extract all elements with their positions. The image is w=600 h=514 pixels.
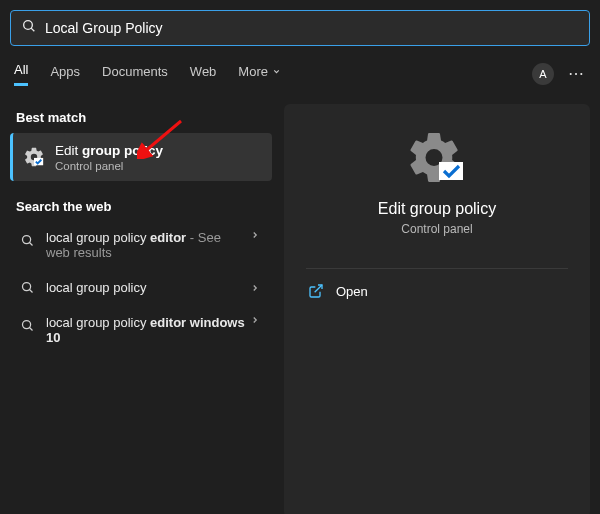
chevron-right-icon [246,315,264,325]
svg-line-4 [29,243,32,246]
preview-subtitle: Control panel [401,222,472,236]
web-result-text: local group policy editor windows 10 [46,315,246,345]
search-input[interactable] [45,20,579,36]
chevron-right-icon [246,230,264,240]
tab-more[interactable]: More [238,64,281,85]
gear-icon [23,146,45,168]
search-box[interactable] [10,10,590,46]
svg-point-3 [22,236,30,244]
web-result-item[interactable]: local group policy editor windows 10 [10,307,272,353]
web-result-item[interactable]: local group policy [10,272,272,303]
tab-web[interactable]: Web [190,64,217,85]
open-label: Open [336,284,368,299]
best-match-subtitle: Control panel [55,160,163,172]
tab-more-label: More [238,64,268,79]
section-search-web: Search the web [16,199,272,214]
more-options-icon[interactable]: ⋯ [568,66,586,82]
svg-point-5 [22,283,30,291]
content-area: Best match Edit group policy Control pan… [10,104,590,514]
best-match-title-pre: Edit [55,143,82,158]
chevron-down-icon [272,64,281,79]
preview-pane: Edit group policy Control panel Open [284,104,590,514]
tab-documents[interactable]: Documents [102,64,168,85]
open-action[interactable]: Open [284,269,590,313]
results-column: Best match Edit group policy Control pan… [10,104,280,514]
tab-apps[interactable]: Apps [50,64,80,85]
svg-line-8 [29,328,32,331]
search-icon [21,18,37,38]
open-icon [308,283,324,299]
svg-line-1 [31,28,34,31]
search-icon [16,233,38,248]
preview-title: Edit group policy [378,200,496,218]
svg-rect-9 [439,162,463,180]
svg-point-7 [22,321,30,329]
best-match-result[interactable]: Edit group policy Control panel [10,133,272,181]
web-result-item[interactable]: local group policy editor - See web resu… [10,222,272,268]
svg-line-10 [315,285,322,292]
tabs-row: All Apps Documents Web More A ⋯ [10,62,590,86]
web-result-text: local group policy editor - See web resu… [46,230,246,260]
search-icon [16,280,38,295]
web-result-text: local group policy [46,280,246,295]
preview-header: Edit group policy Control panel [284,126,590,254]
best-match-title-bold: group policy [82,143,163,158]
gear-icon [405,130,469,186]
avatar[interactable]: A [532,63,554,85]
search-icon [16,318,38,333]
best-match-text: Edit group policy Control panel [55,143,163,172]
chevron-right-icon [246,283,264,293]
section-best-match: Best match [16,110,272,125]
svg-line-6 [29,290,32,293]
svg-point-0 [24,21,33,30]
tab-all[interactable]: All [14,62,28,86]
